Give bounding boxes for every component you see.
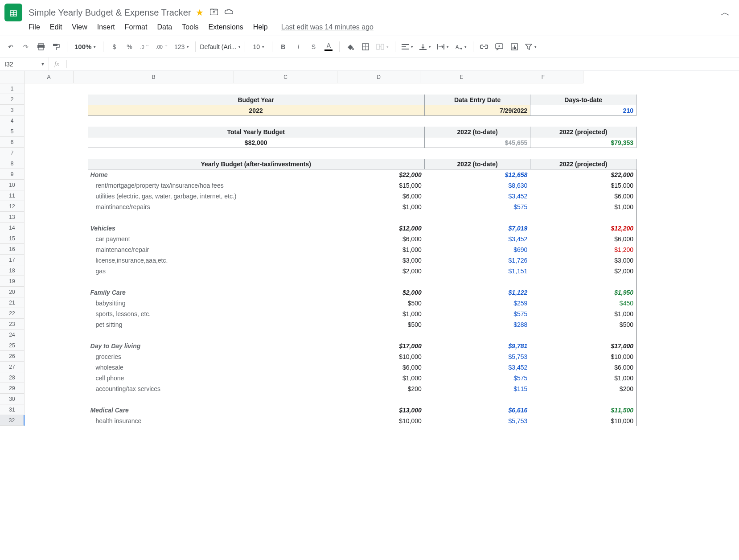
move-icon[interactable] xyxy=(210,8,218,17)
name-box[interactable]: I32 ▼ xyxy=(0,58,49,70)
cell[interactable]: Day to Day living xyxy=(87,341,292,351)
cell[interactable]: $1,000 xyxy=(530,202,636,212)
cell[interactable]: $2,000 xyxy=(530,266,636,276)
row-header[interactable]: 24 xyxy=(0,329,25,340)
cell[interactable]: car payment xyxy=(87,234,292,244)
cell[interactable]: $1,000 xyxy=(292,202,424,212)
menu-format[interactable]: Format xyxy=(125,23,148,31)
cell[interactable]: $17,000 xyxy=(292,341,424,351)
menu-tools[interactable]: Tools xyxy=(182,23,198,31)
cell[interactable]: groceries xyxy=(87,351,292,362)
cell[interactable]: rent/mortgage/property tax/insurance/hoa… xyxy=(87,180,292,191)
filter-button[interactable] xyxy=(523,40,538,54)
cell[interactable]: babysitting xyxy=(87,298,292,309)
cell[interactable]: $2,000 xyxy=(292,287,424,298)
row-header[interactable]: 5 xyxy=(0,126,25,137)
cell[interactable]: $10,000 xyxy=(292,416,424,426)
cell[interactable]: $6,000 xyxy=(530,362,636,373)
menu-edit[interactable]: Edit xyxy=(50,23,62,31)
cell[interactable]: $575 xyxy=(424,202,530,212)
cell[interactable]: Data Entry Date xyxy=(424,95,530,105)
cell[interactable]: $12,200 xyxy=(530,223,636,234)
vertical-align-button[interactable] xyxy=(418,40,433,54)
cell[interactable]: $12,658 xyxy=(424,169,530,180)
row-header[interactable]: 17 xyxy=(0,255,25,265)
insert-comment-button[interactable] xyxy=(493,40,505,54)
row-header[interactable]: 13 xyxy=(0,212,25,222)
cell[interactable]: $3,452 xyxy=(424,234,530,244)
row-header[interactable]: 26 xyxy=(0,351,25,362)
cell[interactable]: $13,000 xyxy=(292,405,424,416)
row-header[interactable]: 20 xyxy=(0,287,25,297)
cell[interactable]: $10,000 xyxy=(292,351,424,362)
cell[interactable]: Total Yearly Budget xyxy=(87,127,424,137)
cell[interactable]: $15,000 xyxy=(292,180,424,191)
cell[interactable]: $1,151 xyxy=(424,266,530,276)
cell[interactable]: $9,781 xyxy=(424,341,530,351)
row-header[interactable]: 10 xyxy=(0,180,25,190)
row-header[interactable]: 1 xyxy=(0,83,25,94)
cell[interactable]: Days-to-date xyxy=(530,95,636,105)
cell[interactable]: gas xyxy=(87,266,292,276)
insert-link-button[interactable] xyxy=(478,40,490,54)
cell[interactable]: Family Care xyxy=(87,287,292,298)
select-all-corner[interactable] xyxy=(0,71,25,83)
cells-area[interactable]: Budget Year Data Entry Date Days-to-date… xyxy=(25,83,739,560)
cell[interactable]: $575 xyxy=(424,309,530,319)
menu-file[interactable]: File xyxy=(29,23,40,31)
cell[interactable]: $500 xyxy=(530,319,636,330)
cell[interactable]: $10,000 xyxy=(530,416,636,426)
row-header[interactable]: 23 xyxy=(0,319,25,329)
cell[interactable]: $3,452 xyxy=(424,191,530,202)
cell[interactable]: $1,122 xyxy=(424,287,530,298)
cell[interactable]: $450 xyxy=(530,298,636,309)
bold-button[interactable]: B xyxy=(277,40,289,54)
row-header[interactable]: 16 xyxy=(0,244,25,255)
cell[interactable]: $7,019 xyxy=(424,223,530,234)
cell[interactable]: $259 xyxy=(424,298,530,309)
document-title[interactable]: Simple Yearly Budget & Expense Tracker xyxy=(29,8,191,18)
borders-button[interactable] xyxy=(359,40,372,54)
cell[interactable]: 2022 xyxy=(87,105,424,116)
row-header[interactable]: 8 xyxy=(0,158,25,169)
col-header-C[interactable]: C xyxy=(234,71,337,83)
row-header[interactable]: 18 xyxy=(0,265,25,276)
cell[interactable]: $1,726 xyxy=(424,255,530,266)
cell[interactable]: health insurance xyxy=(87,416,292,426)
row-header[interactable]: 6 xyxy=(0,137,25,148)
cell[interactable]: $6,000 xyxy=(292,234,424,244)
row-header[interactable]: 32 xyxy=(0,415,25,426)
cell[interactable]: Home xyxy=(87,169,292,180)
cell[interactable]: $6,616 xyxy=(424,405,530,416)
cell[interactable]: $22,000 xyxy=(530,169,636,180)
cell[interactable]: license,insurance,aaa,etc. xyxy=(87,255,292,266)
row-header[interactable]: 3 xyxy=(0,105,25,115)
cell[interactable]: $22,000 xyxy=(292,169,424,180)
cell[interactable]: $288 xyxy=(424,319,530,330)
text-wrap-button[interactable] xyxy=(435,40,451,54)
menu-extensions[interactable]: Extensions xyxy=(209,23,243,31)
cell[interactable]: $3,000 xyxy=(292,255,424,266)
cell[interactable]: sports, lessons, etc. xyxy=(87,309,292,319)
zoom-dropdown[interactable]: 100% xyxy=(72,40,99,54)
decrease-decimal-button[interactable]: .0 ← xyxy=(138,40,151,54)
sheets-logo[interactable] xyxy=(4,4,22,21)
row-header[interactable]: 19 xyxy=(0,276,25,287)
row-header[interactable]: 22 xyxy=(0,308,25,319)
row-header[interactable]: 2 xyxy=(0,94,25,105)
cell[interactable]: 2022 (to-date) xyxy=(424,159,530,169)
cell[interactable]: $79,353 xyxy=(530,137,636,148)
row-header[interactable]: 27 xyxy=(0,362,25,372)
row-header[interactable]: 21 xyxy=(0,297,25,308)
cell[interactable]: 2022 (projected) xyxy=(530,127,636,137)
font-size-dropdown[interactable]: 10 xyxy=(250,40,267,54)
cell[interactable]: Yearly Budget (after-tax/investments) xyxy=(87,159,424,169)
cell[interactable]: $115 xyxy=(424,383,530,394)
cell[interactable]: $1,200 xyxy=(530,244,636,255)
cell[interactable]: $500 xyxy=(292,298,424,309)
cell[interactable]: $1,000 xyxy=(530,373,636,383)
row-header[interactable]: 14 xyxy=(0,222,25,233)
col-header-E[interactable]: E xyxy=(420,71,503,83)
row-header[interactable]: 30 xyxy=(0,394,25,404)
cell[interactable]: $500 xyxy=(292,319,424,330)
